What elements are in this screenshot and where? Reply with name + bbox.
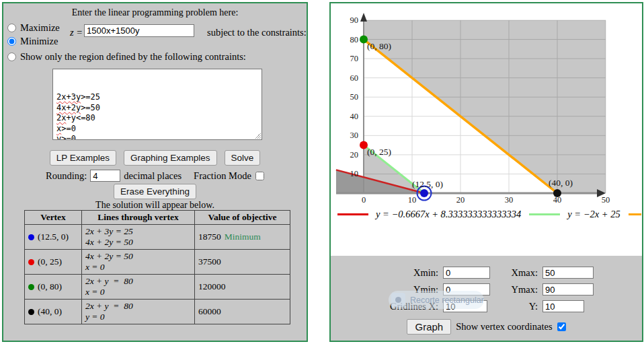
svg-text:50: 50 (350, 92, 359, 102)
legend-swatch-orange (629, 213, 641, 215)
minimum-tag: Minimum (225, 232, 261, 242)
svg-text:80: 80 (350, 35, 359, 44)
subject-to-constraints-label: subject to the constraints: (207, 27, 307, 38)
svg-text:70: 70 (350, 54, 359, 63)
solution-note: The solution will appear below. (3, 200, 307, 211)
gridlines-x-label: Gridlines X: (378, 301, 440, 312)
svg-text:90: 90 (350, 15, 359, 25)
region-only-label: Show only the region defined by the foll… (20, 51, 246, 63)
graph-panel: 01020304050102030405060708090(0, 80)(0, … (329, 2, 643, 342)
svg-text:60: 60 (350, 73, 359, 83)
lp-input-panel: Enter the linear programming problem her… (2, 2, 308, 342)
vertex-coord: (40, 0) (38, 306, 62, 316)
gridlines-y-input[interactable] (542, 300, 584, 312)
svg-text:10: 10 (350, 169, 359, 178)
vertex-dot (28, 259, 34, 265)
svg-text:0: 0 (362, 195, 366, 205)
vertex-line-eq: 4x + 2y = 50 (85, 237, 191, 248)
show-vertex-label: Show vertex coordinates (456, 321, 552, 333)
decimal-places-label: decimal places (124, 170, 182, 182)
svg-text:20: 20 (350, 150, 359, 160)
xmax-label: Xmax: (495, 267, 539, 279)
objective-value: 18750 (198, 232, 221, 242)
plot-legend: y = −0.6667x + 8.333333333333334 y = −2x… (337, 206, 641, 222)
gridlines-x-input[interactable] (443, 300, 487, 312)
lp-feasible-region-plot: 01020304050102030405060708090(0, 80)(0, … (331, 3, 642, 205)
vertex-coord: (12.5, 0) (38, 232, 69, 242)
table-header-row: Vertex Lines through vertex Value of obj… (25, 211, 290, 225)
lp-examples-button[interactable]: LP Examples (50, 150, 116, 166)
objective-value: 37500 (198, 256, 221, 267)
minimize-label: Minimize (20, 36, 58, 47)
graphing-examples-button[interactable]: Graphing Examples (124, 150, 217, 166)
ymax-label: Ymax: (495, 284, 539, 295)
vertex-line-eq: y = 0 (85, 312, 191, 322)
graph-button[interactable]: Graph (407, 319, 451, 335)
minimize-radio[interactable] (7, 37, 16, 46)
maximize-radio[interactable] (7, 24, 16, 32)
vertex-dot (28, 284, 34, 290)
vertex-line-eq: 2x + y = 80 (85, 301, 191, 312)
svg-text:(0, 80): (0, 80) (367, 41, 391, 51)
page-title: Enter the linear programming problem her… (3, 7, 307, 18)
show-vertex-checkbox[interactable] (557, 322, 566, 331)
objective-function-input[interactable] (84, 24, 194, 37)
svg-text:50: 50 (602, 195, 610, 205)
ymin-label: Ymin: (378, 284, 440, 295)
legend-swatch-red (337, 213, 368, 215)
svg-text:10: 10 (408, 195, 417, 205)
solution-table: Vertex Lines through vertex Value of obj… (24, 210, 290, 324)
fraction-mode-label: Fraction Mode (194, 170, 251, 182)
resize-grip-icon[interactable] (255, 133, 261, 139)
maximize-label: Maximize (20, 22, 60, 34)
header-vertex: Vertex (25, 211, 82, 225)
erase-everything-button[interactable]: Erase Everything (114, 184, 196, 199)
constraints-textarea[interactable]: 2x+3y>=254x+2y>=502x+y<=80x>=0y>=0 (52, 69, 262, 140)
vertex-coord: (0, 80) (38, 281, 62, 291)
svg-text:30: 30 (505, 195, 514, 205)
svg-text:(40, 0): (40, 0) (549, 178, 573, 188)
graph-controls-section: Xmin: Xmax: Ymin: Ymax: Gridlines X: Y: … (331, 256, 642, 341)
xmin-input[interactable] (443, 267, 490, 279)
svg-text:(12.5, 0): (12.5, 0) (412, 179, 443, 189)
ymax-input[interactable] (542, 283, 594, 295)
svg-text:40: 40 (350, 112, 359, 121)
table-row: (12.5, 0) 2x + 3y = 254x + 2y = 50 18750… (25, 225, 290, 250)
header-value: Value of objective (195, 211, 290, 225)
z-equals-label: z = (70, 27, 83, 38)
legend-swatch-green (529, 213, 560, 215)
vertex-line-eq: 4x + 2y = 50 (85, 251, 191, 262)
svg-text:30: 30 (350, 131, 359, 140)
objective-value: 60000 (198, 306, 221, 316)
rounding-label: Rounding: (46, 170, 87, 182)
table-row: (0, 25) 4x + 2y = 50x = 0 37500 (25, 250, 290, 275)
xmax-input[interactable] (542, 267, 594, 279)
vertex-line-eq: x = 0 (85, 262, 191, 273)
table-row: (40, 0) 2x + y = 80y = 0 60000 (25, 300, 290, 324)
ymin-input[interactable] (443, 283, 490, 295)
region-only-radio[interactable] (7, 53, 16, 61)
vertex-line-eq: 2x + y = 80 (85, 276, 191, 287)
header-lines: Lines through vertex (82, 211, 195, 225)
legend-label-green: y = −2x + 25 (567, 209, 620, 220)
vertex-coord: (0, 25) (38, 256, 62, 267)
vertex-dot (28, 309, 34, 315)
fraction-mode-checkbox[interactable] (255, 172, 264, 180)
vertex-dot (28, 234, 34, 240)
svg-text:(0, 25): (0, 25) (367, 147, 391, 157)
gridlines-y-label: Y: (495, 301, 539, 312)
legend-label-red: y = −0.6667x + 8.333333333333334 (376, 209, 521, 220)
vertex-line-eq: x = 0 (85, 287, 191, 298)
objective-value: 120000 (198, 281, 226, 291)
vertex-line-eq: 2x + 3y = 25 (85, 226, 191, 237)
solve-button[interactable]: Solve (225, 150, 261, 166)
table-row: (0, 80) 2x + y = 80x = 0 120000 (25, 275, 290, 300)
rounding-input[interactable] (90, 170, 120, 182)
xmin-label: Xmin: (378, 267, 440, 279)
svg-text:20: 20 (456, 195, 465, 205)
